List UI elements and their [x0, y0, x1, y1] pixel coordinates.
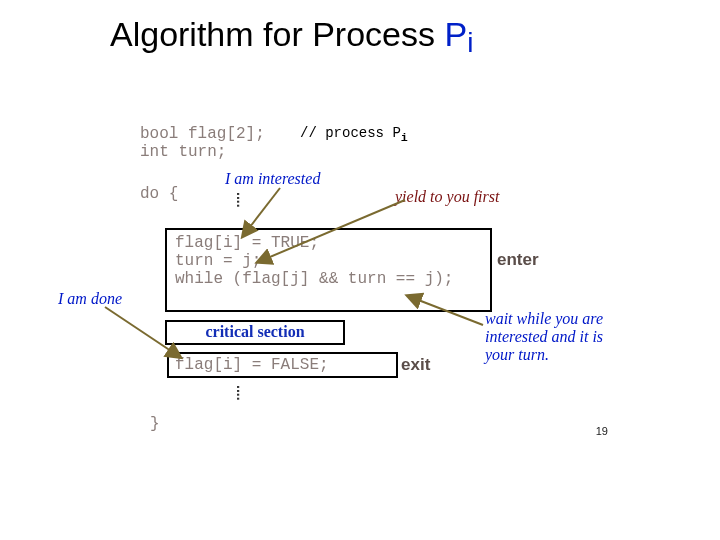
code-while: while (flag[j] && turn == j); — [175, 270, 482, 288]
code-decl-flag: bool flag[2]; — [140, 125, 265, 143]
title-text: Algorithm for Process — [110, 15, 444, 53]
anno-wait3: your turn. — [485, 346, 549, 364]
page-number: 19 — [596, 425, 608, 437]
slide-title: Algorithm for Process Pi — [110, 15, 473, 54]
title-sub: i — [467, 27, 473, 58]
ellipsis-top-icon: ···· — [235, 192, 241, 208]
code-turn-j: turn = j; — [175, 252, 482, 270]
enter-box: flag[i] = TRUE; turn = j; while (flag[j]… — [165, 228, 492, 312]
code-do: do { — [140, 185, 178, 203]
code-flag-true: flag[i] = TRUE; — [175, 234, 482, 252]
code-decl-turn: int turn; — [140, 143, 226, 161]
code-close: } — [150, 415, 160, 433]
enter-label: enter — [497, 250, 539, 270]
anno-wait1: wait while you are — [485, 310, 603, 328]
ellipsis-bottom-icon: ···· — [235, 385, 241, 401]
anno-wait2: interested and it is — [485, 328, 603, 346]
title-p: P — [444, 15, 467, 53]
critical-section-box: critical section — [165, 320, 345, 345]
exit-label: exit — [401, 355, 430, 375]
anno-yield: yield to you first — [395, 188, 499, 206]
code-flag-false: flag[i] = FALSE; — [175, 356, 390, 374]
anno-done: I am done — [58, 290, 122, 308]
exit-box: flag[i] = FALSE; — [167, 352, 398, 378]
anno-interested: I am interested — [225, 170, 320, 188]
comment-process: // process Pi — [300, 125, 408, 145]
